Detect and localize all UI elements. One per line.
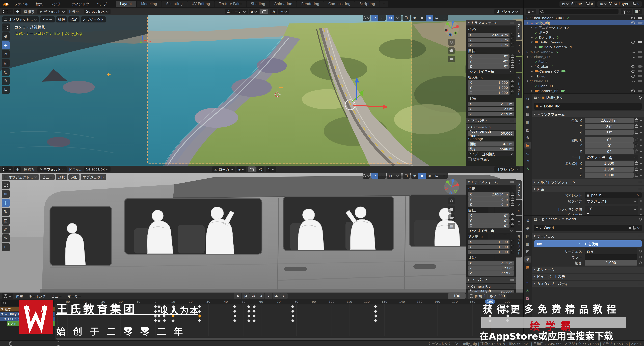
properties-tab-render[interactable]: ◉ bbox=[524, 103, 531, 110]
outliner-item[interactable]: ▼Dolly_Camera bbox=[524, 40, 644, 44]
lock-icon[interactable] bbox=[511, 241, 514, 243]
proportional-editing-toggle[interactable]: ◎ bbox=[257, 166, 264, 172]
disclosure-triangle[interactable]: ▶ bbox=[530, 70, 534, 73]
keyframe[interactable] bbox=[247, 305, 250, 308]
panel-transform-header[interactable]: ▼トランスフォーム bbox=[466, 179, 516, 185]
rot-z-field[interactable]: 0° bbox=[585, 149, 634, 154]
focal-length-field[interactable]: Focal Length (mm)50.000 bbox=[468, 131, 514, 136]
pan-hand-icon[interactable] bbox=[448, 206, 455, 213]
keyframe[interactable] bbox=[291, 310, 294, 313]
eye-closed-icon[interactable] bbox=[632, 80, 635, 82]
render-visibility-icon[interactable] bbox=[638, 70, 642, 72]
properties-tab-physics[interactable]: ◌ bbox=[524, 271, 531, 278]
render-visibility-icon[interactable] bbox=[638, 22, 642, 24]
timeline-scrollbar[interactable] bbox=[56, 338, 518, 340]
shading-solid[interactable]: ● bbox=[418, 173, 426, 179]
keyframe[interactable] bbox=[233, 314, 236, 318]
mode-dropdown[interactable]: オブジェクト... bbox=[2, 16, 39, 22]
workspace-tab-compositing[interactable]: Compositing bbox=[324, 1, 355, 7]
tool-select-box[interactable] bbox=[2, 181, 10, 189]
scale-y-field[interactable]: 1.000 bbox=[585, 167, 634, 172]
properties-tab-data[interactable]: 人 bbox=[524, 287, 531, 293]
properties-tab-output[interactable]: ▤ bbox=[524, 233, 531, 239]
snap-target-dropdown[interactable]: ∠ローカ bbox=[212, 166, 235, 172]
keyframe[interactable] bbox=[252, 310, 256, 313]
render-visibility-icon[interactable] bbox=[638, 56, 642, 58]
prev-keyframe-button[interactable]: ◀◀ bbox=[250, 293, 257, 299]
editor-type-dropdown[interactable] bbox=[2, 293, 13, 299]
disclosure-triangle[interactable]: ▼ bbox=[526, 21, 529, 24]
tool-scale[interactable]: ◱ bbox=[2, 217, 10, 225]
properties-tab-texture[interactable]: ▩ bbox=[524, 294, 531, 301]
outliner-item[interactable]: ▶Camera_CD bbox=[524, 69, 644, 74]
animate-dot[interactable] bbox=[640, 169, 642, 170]
overlays-dropdown[interactable] bbox=[394, 15, 402, 21]
keyframe[interactable] bbox=[233, 305, 236, 308]
viewport-van[interactable]: オブジェクト... ビュー 選択 追加 オブジェクト ⊕+↻◱◎✎∟ ↗ ◍ ❏… bbox=[0, 173, 523, 293]
loc-x-field[interactable]: X2.6534 m bbox=[468, 192, 510, 197]
lock-icon[interactable] bbox=[511, 39, 514, 41]
lock-icon[interactable] bbox=[511, 203, 514, 206]
workspace-tab-shading[interactable]: Shading bbox=[246, 1, 270, 7]
lock-icon[interactable] bbox=[511, 198, 514, 201]
tool-annotate[interactable]: ✎ bbox=[2, 77, 10, 85]
keyframe[interactable] bbox=[252, 305, 256, 308]
blender-logo-icon[interactable] bbox=[2, 1, 9, 6]
visibility-dropdown[interactable] bbox=[362, 15, 370, 21]
camera-type-dropdown[interactable]: 透視投影 bbox=[480, 152, 514, 156]
eye-icon[interactable] bbox=[631, 75, 635, 78]
eye-closed-icon[interactable] bbox=[632, 51, 635, 53]
workspace-tab-scripting[interactable]: Scripting bbox=[355, 1, 379, 7]
gizmo-toggle[interactable]: ↗ bbox=[371, 173, 378, 179]
keyframe[interactable] bbox=[157, 319, 161, 322]
eye-icon[interactable] bbox=[631, 41, 635, 43]
scale-z-field[interactable]: Z1.000 bbox=[468, 250, 510, 254]
snap-target-dropdown[interactable]: ∠ローカ bbox=[225, 9, 248, 14]
outliner-item[interactable]: ▶Camera_EF bbox=[524, 88, 644, 93]
mode-dropdown[interactable]: オブジェクト... bbox=[2, 174, 39, 180]
lock-icon[interactable] bbox=[511, 86, 514, 89]
animate-dot[interactable] bbox=[640, 157, 642, 158]
close-icon[interactable]: × bbox=[590, 2, 593, 6]
eye-icon[interactable] bbox=[631, 16, 635, 19]
disclosure-triangle[interactable]: ▶ bbox=[526, 51, 529, 53]
copy-icon[interactable] bbox=[632, 227, 635, 230]
snap-magnet-toggle[interactable] bbox=[260, 9, 268, 14]
shading-dropdown[interactable] bbox=[440, 15, 448, 21]
tool-cursor[interactable]: ⊕ bbox=[2, 190, 10, 198]
select-mode-dropdown[interactable]: Select Box bbox=[84, 9, 110, 14]
properties-tab-constraints[interactable]: ∞ bbox=[524, 279, 531, 286]
play-button[interactable]: ▶ bbox=[265, 293, 272, 299]
pin-icon[interactable] bbox=[639, 218, 642, 220]
record-button[interactable]: ● bbox=[234, 293, 241, 299]
tool-cursor[interactable]: ⊕ bbox=[2, 32, 10, 40]
outliner-item[interactable]: ▼人Dolly_Rig bbox=[524, 20, 644, 25]
rotation-mode-dropdown[interactable]: XYZ オイラー角 bbox=[468, 69, 514, 74]
rot-x-field[interactable]: X0° bbox=[468, 213, 510, 218]
clip-end-field[interactable]: 終了5500 m bbox=[468, 146, 514, 151]
animate-ring[interactable] bbox=[639, 256, 642, 258]
lock-icon[interactable] bbox=[635, 151, 638, 153]
tool-measure[interactable]: ∟ bbox=[2, 86, 10, 94]
properties-tab-output[interactable]: ▤ bbox=[524, 111, 531, 118]
object-name-field[interactable]: ▣ Dolly_Rig bbox=[534, 103, 642, 110]
animate-dot[interactable] bbox=[640, 151, 642, 152]
disclosure-triangle[interactable]: ▶ bbox=[526, 16, 529, 19]
sidebar-tab-0[interactable]: アイテム bbox=[516, 180, 522, 199]
disclosure-triangle[interactable]: ▶ bbox=[530, 65, 534, 68]
disclosure-triangle[interactable]: ▶ bbox=[534, 46, 538, 48]
tool-move[interactable]: + bbox=[2, 199, 10, 207]
keyframe[interactable] bbox=[154, 310, 157, 313]
animate-dot[interactable] bbox=[640, 208, 642, 210]
keyframe[interactable] bbox=[252, 319, 256, 322]
disclosure-triangle[interactable]: ▶ bbox=[530, 75, 534, 77]
animate-dot[interactable] bbox=[640, 126, 642, 127]
workspace-tab-uv-editing[interactable]: UV Editing bbox=[187, 1, 214, 7]
pan-hand-icon[interactable] bbox=[448, 47, 455, 54]
lock-icon[interactable] bbox=[635, 131, 638, 134]
shading-wireframe[interactable]: ⊕ bbox=[411, 15, 418, 21]
outliner-search-input[interactable] bbox=[539, 9, 618, 14]
lock-icon[interactable] bbox=[635, 145, 638, 147]
workspace-tab-sculpting[interactable]: Sculpting bbox=[162, 1, 187, 7]
scale-x-field[interactable]: 1.000 bbox=[585, 161, 634, 166]
